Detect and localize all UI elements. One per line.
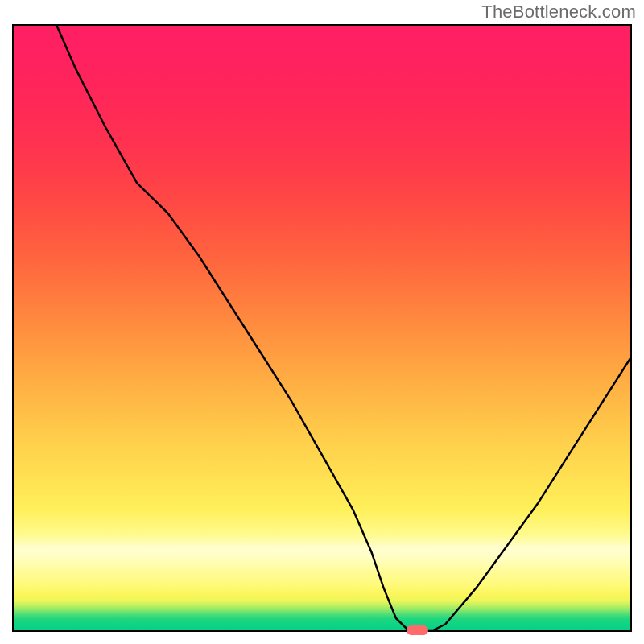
optimal-point-marker <box>407 625 428 635</box>
curve-layer <box>14 26 630 630</box>
plot-area <box>12 24 632 632</box>
watermark-text: TheBottleneck.com <box>481 2 636 23</box>
bottleneck-curve-path <box>57 26 630 630</box>
bottleneck-chart: TheBottleneck.com <box>0 0 644 644</box>
